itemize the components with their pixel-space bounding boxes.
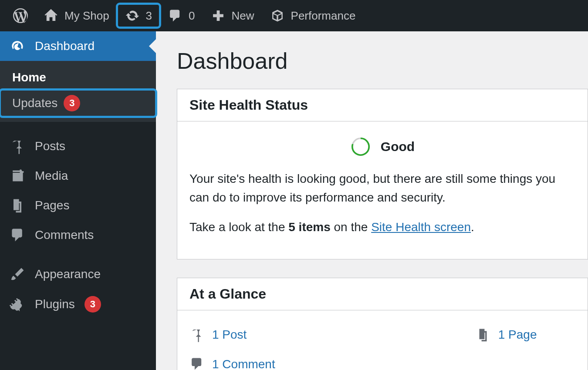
menu-label: Appearance bbox=[35, 267, 101, 281]
toolbar-new[interactable]: New bbox=[203, 4, 262, 27]
comment-icon bbox=[189, 357, 204, 370]
toolbar-updates[interactable]: 3 bbox=[117, 4, 160, 27]
admin-toolbar: My Shop 3 0 New Performance bbox=[0, 0, 588, 31]
menu-dashboard[interactable]: Dashboard bbox=[0, 31, 156, 61]
media-icon bbox=[10, 168, 25, 184]
submenu-label: Updates bbox=[12, 96, 57, 110]
menu-plugins[interactable]: Plugins 3 bbox=[0, 289, 156, 320]
panel-heading: Site Health Status bbox=[177, 89, 588, 121]
toolbar-site-link[interactable]: My Shop bbox=[36, 4, 117, 27]
comment-icon bbox=[10, 227, 25, 243]
toolbar-updates-count: 3 bbox=[146, 9, 152, 23]
health-progress-icon bbox=[350, 136, 371, 157]
toolbar-comments[interactable]: 0 bbox=[160, 4, 203, 27]
toolbar-site-name: My Shop bbox=[64, 9, 109, 23]
menu-pages[interactable]: Pages bbox=[0, 191, 156, 220]
toolbar-new-label: New bbox=[232, 9, 254, 23]
plug-icon bbox=[10, 296, 25, 312]
plus-icon bbox=[211, 8, 226, 23]
toolbar-comments-count: 0 bbox=[189, 9, 195, 23]
menu-label: Comments bbox=[35, 228, 94, 242]
glance-label: 1 Comment bbox=[212, 355, 275, 370]
at-a-glance-panel: At a Glance 1 Post bbox=[177, 278, 588, 370]
menu-label: Plugins bbox=[35, 297, 75, 311]
plugins-badge: 3 bbox=[84, 296, 101, 313]
menu-posts[interactable]: Posts bbox=[0, 131, 156, 161]
submenu-updates[interactable]: Updates 3 bbox=[0, 90, 156, 117]
menu-media[interactable]: Media bbox=[0, 161, 156, 191]
dashboard-icon bbox=[10, 38, 25, 54]
main-content: Dashboard Site Health Status Good Your s… bbox=[156, 31, 588, 370]
submenu-dashboard: Home Updates 3 bbox=[0, 61, 156, 122]
glance-posts[interactable]: 1 Post bbox=[189, 325, 275, 344]
updates-badge: 3 bbox=[64, 95, 80, 111]
toolbar-performance-label: Performance bbox=[291, 9, 356, 23]
cube-icon bbox=[270, 8, 285, 23]
health-link-line: Take a look at the 5 items on the Site H… bbox=[189, 218, 575, 236]
glance-pages[interactable]: 1 Page bbox=[476, 325, 537, 344]
menu-label: Pages bbox=[35, 198, 69, 212]
pin-icon bbox=[189, 327, 204, 342]
wordpress-logo[interactable] bbox=[5, 4, 36, 27]
toolbar-performance[interactable]: Performance bbox=[262, 4, 364, 27]
menu-label: Media bbox=[35, 169, 68, 183]
admin-sidebar: Dashboard Home Updates 3 Posts Media bbox=[0, 31, 156, 370]
home-icon bbox=[44, 8, 58, 23]
menu-comments[interactable]: Comments bbox=[0, 220, 156, 250]
pages-icon bbox=[476, 327, 490, 342]
glance-label: 1 Post bbox=[212, 325, 247, 344]
update-icon bbox=[125, 8, 140, 23]
site-health-panel: Site Health Status Good Your site's heal… bbox=[177, 89, 588, 259]
pages-icon bbox=[10, 198, 25, 213]
site-health-link[interactable]: Site Health screen bbox=[371, 220, 471, 234]
page-title: Dashboard bbox=[177, 48, 588, 74]
submenu-label: Home bbox=[12, 71, 46, 84]
menu-label: Posts bbox=[35, 139, 65, 153]
submenu-home[interactable]: Home bbox=[0, 65, 156, 90]
panel-heading: At a Glance bbox=[177, 278, 588, 310]
comments-icon bbox=[168, 8, 182, 23]
pin-icon bbox=[10, 138, 25, 154]
brush-icon bbox=[10, 266, 25, 282]
glance-label: 1 Page bbox=[498, 325, 537, 344]
health-description: Your site's health is looking good, but … bbox=[189, 169, 575, 207]
menu-label: Dashboard bbox=[35, 39, 95, 53]
glance-comments[interactable]: 1 Comment bbox=[189, 355, 275, 370]
wordpress-icon bbox=[13, 8, 28, 23]
health-status-text: Good bbox=[381, 137, 415, 157]
menu-appearance[interactable]: Appearance bbox=[0, 259, 156, 289]
